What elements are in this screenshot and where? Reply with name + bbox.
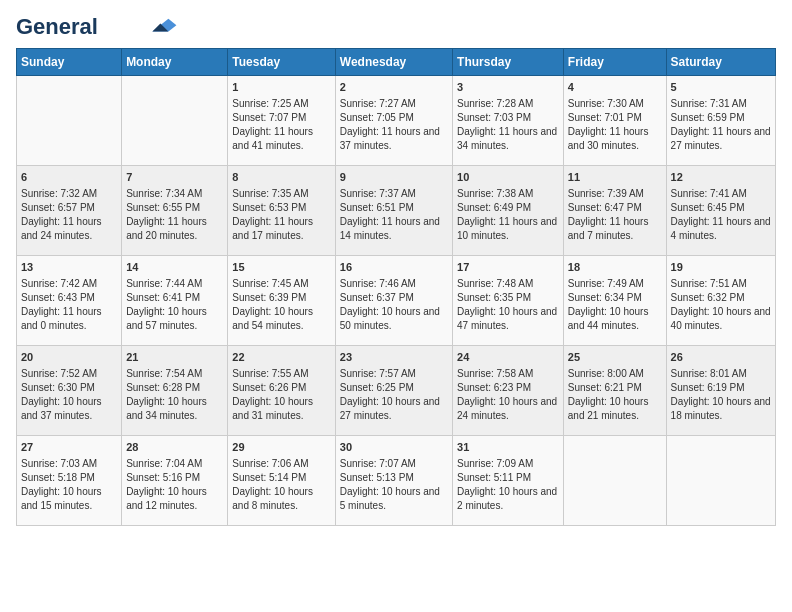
day-info: Sunrise: 7:48 AM Sunset: 6:35 PM Dayligh… (457, 277, 559, 333)
day-info: Sunrise: 7:09 AM Sunset: 5:11 PM Dayligh… (457, 457, 559, 513)
calendar-week-row: 13Sunrise: 7:42 AM Sunset: 6:43 PM Dayli… (17, 256, 776, 346)
calendar-table: SundayMondayTuesdayWednesdayThursdayFrid… (16, 48, 776, 526)
day-number: 29 (232, 440, 330, 455)
header-sunday: Sunday (17, 49, 122, 76)
day-number: 19 (671, 260, 771, 275)
day-number: 1 (232, 80, 330, 95)
logo: General (16, 16, 178, 38)
logo-text: General (16, 16, 98, 38)
calendar-cell: 29Sunrise: 7:06 AM Sunset: 5:14 PM Dayli… (228, 436, 335, 526)
day-info: Sunrise: 7:37 AM Sunset: 6:51 PM Dayligh… (340, 187, 448, 243)
day-number: 27 (21, 440, 117, 455)
day-number: 10 (457, 170, 559, 185)
day-number: 20 (21, 350, 117, 365)
day-number: 12 (671, 170, 771, 185)
calendar-cell: 30Sunrise: 7:07 AM Sunset: 5:13 PM Dayli… (335, 436, 452, 526)
day-info: Sunrise: 7:32 AM Sunset: 6:57 PM Dayligh… (21, 187, 117, 243)
calendar-cell: 14Sunrise: 7:44 AM Sunset: 6:41 PM Dayli… (122, 256, 228, 346)
day-info: Sunrise: 7:31 AM Sunset: 6:59 PM Dayligh… (671, 97, 771, 153)
day-info: Sunrise: 7:38 AM Sunset: 6:49 PM Dayligh… (457, 187, 559, 243)
day-info: Sunrise: 8:00 AM Sunset: 6:21 PM Dayligh… (568, 367, 662, 423)
day-info: Sunrise: 7:25 AM Sunset: 7:07 PM Dayligh… (232, 97, 330, 153)
day-info: Sunrise: 7:46 AM Sunset: 6:37 PM Dayligh… (340, 277, 448, 333)
calendar-cell: 18Sunrise: 7:49 AM Sunset: 6:34 PM Dayli… (563, 256, 666, 346)
calendar-cell: 20Sunrise: 7:52 AM Sunset: 6:30 PM Dayli… (17, 346, 122, 436)
day-info: Sunrise: 7:06 AM Sunset: 5:14 PM Dayligh… (232, 457, 330, 513)
day-number: 24 (457, 350, 559, 365)
header-thursday: Thursday (453, 49, 564, 76)
day-number: 4 (568, 80, 662, 95)
day-info: Sunrise: 7:57 AM Sunset: 6:25 PM Dayligh… (340, 367, 448, 423)
day-info: Sunrise: 7:27 AM Sunset: 7:05 PM Dayligh… (340, 97, 448, 153)
calendar-cell: 16Sunrise: 7:46 AM Sunset: 6:37 PM Dayli… (335, 256, 452, 346)
calendar-cell: 3Sunrise: 7:28 AM Sunset: 7:03 PM Daylig… (453, 76, 564, 166)
calendar-cell: 21Sunrise: 7:54 AM Sunset: 6:28 PM Dayli… (122, 346, 228, 436)
calendar-cell: 15Sunrise: 7:45 AM Sunset: 6:39 PM Dayli… (228, 256, 335, 346)
day-number: 9 (340, 170, 448, 185)
header-monday: Monday (122, 49, 228, 76)
day-info: Sunrise: 7:42 AM Sunset: 6:43 PM Dayligh… (21, 277, 117, 333)
calendar-cell: 24Sunrise: 7:58 AM Sunset: 6:23 PM Dayli… (453, 346, 564, 436)
day-info: Sunrise: 7:44 AM Sunset: 6:41 PM Dayligh… (126, 277, 223, 333)
day-number: 11 (568, 170, 662, 185)
day-info: Sunrise: 7:04 AM Sunset: 5:16 PM Dayligh… (126, 457, 223, 513)
calendar-cell: 12Sunrise: 7:41 AM Sunset: 6:45 PM Dayli… (666, 166, 775, 256)
calendar-cell: 31Sunrise: 7:09 AM Sunset: 5:11 PM Dayli… (453, 436, 564, 526)
calendar-cell: 2Sunrise: 7:27 AM Sunset: 7:05 PM Daylig… (335, 76, 452, 166)
calendar-week-row: 27Sunrise: 7:03 AM Sunset: 5:18 PM Dayli… (17, 436, 776, 526)
header-wednesday: Wednesday (335, 49, 452, 76)
day-number: 25 (568, 350, 662, 365)
calendar-cell: 22Sunrise: 7:55 AM Sunset: 6:26 PM Dayli… (228, 346, 335, 436)
calendar-week-row: 6Sunrise: 7:32 AM Sunset: 6:57 PM Daylig… (17, 166, 776, 256)
calendar-cell: 27Sunrise: 7:03 AM Sunset: 5:18 PM Dayli… (17, 436, 122, 526)
day-number: 18 (568, 260, 662, 275)
day-info: Sunrise: 7:49 AM Sunset: 6:34 PM Dayligh… (568, 277, 662, 333)
day-number: 22 (232, 350, 330, 365)
day-number: 6 (21, 170, 117, 185)
day-number: 14 (126, 260, 223, 275)
calendar-cell: 4Sunrise: 7:30 AM Sunset: 7:01 PM Daylig… (563, 76, 666, 166)
day-info: Sunrise: 7:39 AM Sunset: 6:47 PM Dayligh… (568, 187, 662, 243)
day-info: Sunrise: 7:35 AM Sunset: 6:53 PM Dayligh… (232, 187, 330, 243)
logo-icon (146, 17, 178, 35)
day-number: 21 (126, 350, 223, 365)
header-friday: Friday (563, 49, 666, 76)
header-tuesday: Tuesday (228, 49, 335, 76)
calendar-cell (563, 436, 666, 526)
calendar-cell: 8Sunrise: 7:35 AM Sunset: 6:53 PM Daylig… (228, 166, 335, 256)
calendar-week-row: 20Sunrise: 7:52 AM Sunset: 6:30 PM Dayli… (17, 346, 776, 436)
calendar-cell: 7Sunrise: 7:34 AM Sunset: 6:55 PM Daylig… (122, 166, 228, 256)
day-number: 13 (21, 260, 117, 275)
day-number: 28 (126, 440, 223, 455)
calendar-cell: 9Sunrise: 7:37 AM Sunset: 6:51 PM Daylig… (335, 166, 452, 256)
day-info: Sunrise: 7:41 AM Sunset: 6:45 PM Dayligh… (671, 187, 771, 243)
day-number: 17 (457, 260, 559, 275)
page-header: General (16, 16, 776, 38)
calendar-cell (122, 76, 228, 166)
day-number: 5 (671, 80, 771, 95)
calendar-cell: 11Sunrise: 7:39 AM Sunset: 6:47 PM Dayli… (563, 166, 666, 256)
calendar-cell: 10Sunrise: 7:38 AM Sunset: 6:49 PM Dayli… (453, 166, 564, 256)
calendar-cell: 5Sunrise: 7:31 AM Sunset: 6:59 PM Daylig… (666, 76, 775, 166)
day-info: Sunrise: 7:03 AM Sunset: 5:18 PM Dayligh… (21, 457, 117, 513)
calendar-cell (17, 76, 122, 166)
day-info: Sunrise: 7:58 AM Sunset: 6:23 PM Dayligh… (457, 367, 559, 423)
day-number: 23 (340, 350, 448, 365)
calendar-cell: 17Sunrise: 7:48 AM Sunset: 6:35 PM Dayli… (453, 256, 564, 346)
day-number: 31 (457, 440, 559, 455)
day-info: Sunrise: 8:01 AM Sunset: 6:19 PM Dayligh… (671, 367, 771, 423)
day-info: Sunrise: 7:45 AM Sunset: 6:39 PM Dayligh… (232, 277, 330, 333)
day-info: Sunrise: 7:30 AM Sunset: 7:01 PM Dayligh… (568, 97, 662, 153)
calendar-cell: 25Sunrise: 8:00 AM Sunset: 6:21 PM Dayli… (563, 346, 666, 436)
calendar-cell (666, 436, 775, 526)
day-info: Sunrise: 7:07 AM Sunset: 5:13 PM Dayligh… (340, 457, 448, 513)
calendar-header-row: SundayMondayTuesdayWednesdayThursdayFrid… (17, 49, 776, 76)
calendar-cell: 26Sunrise: 8:01 AM Sunset: 6:19 PM Dayli… (666, 346, 775, 436)
calendar-cell: 6Sunrise: 7:32 AM Sunset: 6:57 PM Daylig… (17, 166, 122, 256)
day-number: 7 (126, 170, 223, 185)
calendar-cell: 1Sunrise: 7:25 AM Sunset: 7:07 PM Daylig… (228, 76, 335, 166)
day-number: 16 (340, 260, 448, 275)
day-number: 2 (340, 80, 448, 95)
day-info: Sunrise: 7:55 AM Sunset: 6:26 PM Dayligh… (232, 367, 330, 423)
calendar-cell: 13Sunrise: 7:42 AM Sunset: 6:43 PM Dayli… (17, 256, 122, 346)
